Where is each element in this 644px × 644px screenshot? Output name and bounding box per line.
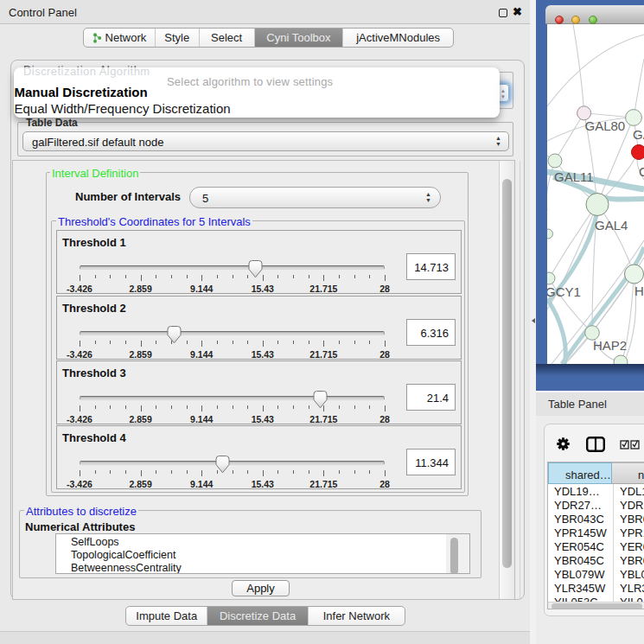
svg-text:GAL4: GAL4: [595, 218, 628, 233]
svg-text:GAL11: GAL11: [554, 169, 594, 184]
svg-text:HAP2: HAP2: [593, 338, 627, 353]
svg-text:GA: GA: [633, 127, 644, 142]
svg-text:C: C: [639, 164, 644, 179]
svg-text:HI: HI: [634, 284, 644, 298]
svg-text:GAL80: GAL80: [585, 118, 626, 133]
svg-text:GCY1: GCY1: [547, 284, 581, 299]
